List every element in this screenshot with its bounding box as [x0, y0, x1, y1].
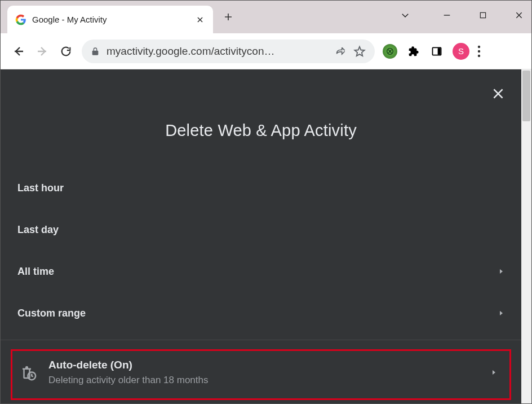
tab-title: Google - My Activity	[32, 15, 189, 24]
option-label: Last day	[17, 224, 59, 236]
vertical-scrollbar[interactable]	[521, 69, 531, 403]
nav-reload-button[interactable]	[58, 43, 74, 59]
scrollbar-thumb[interactable]	[522, 71, 530, 121]
side-panel-icon[interactable]	[429, 43, 445, 59]
tab-search-dropdown-icon[interactable]	[400, 10, 411, 21]
page-title: Delete Web & App Activity	[1, 121, 521, 140]
svg-point-3	[478, 45, 480, 47]
nav-back-button[interactable]	[11, 43, 26, 59]
auto-delete-subtitle: Deleting activity older than 18 months	[48, 375, 209, 386]
chevron-right-icon	[498, 309, 504, 318]
content-wrap: Delete Web & App Activity Last hour Last…	[1, 69, 531, 403]
extension-green-icon[interactable]	[383, 44, 397, 59]
auto-delete-icon	[16, 364, 41, 381]
option-custom-range[interactable]: Custom range	[1, 292, 521, 334]
window-close-button[interactable]	[513, 10, 525, 21]
option-label: All time	[17, 266, 54, 278]
window-controls	[400, 4, 531, 27]
option-label: Custom range	[17, 308, 86, 319]
window-minimize-button[interactable]	[441, 10, 453, 21]
option-last-hour[interactable]: Last hour	[1, 167, 521, 209]
omnibox[interactable]: myactivity.google.com/activitycon…	[82, 39, 375, 63]
divider	[1, 340, 521, 340]
chevron-right-icon	[498, 267, 504, 276]
avatar-initial: S	[458, 46, 464, 56]
svg-point-4	[478, 50, 480, 52]
lock-icon	[91, 47, 100, 56]
nav-forward-button[interactable]	[34, 43, 50, 59]
profile-avatar[interactable]: S	[453, 43, 469, 60]
dialog-close-icon[interactable]	[490, 85, 507, 102]
tab-close-icon[interactable]	[195, 15, 205, 25]
share-icon[interactable]	[335, 46, 347, 57]
svg-rect-0	[480, 12, 485, 17]
page-content: Delete Web & App Activity Last hour Last…	[1, 69, 521, 403]
chrome-menu-icon[interactable]	[477, 45, 485, 58]
chevron-right-icon	[490, 368, 497, 377]
new-tab-button[interactable]	[221, 10, 236, 24]
browser-toolbar: myactivity.google.com/activitycon… S	[1, 33, 531, 69]
auto-delete-texts: Auto-delete (On) Deleting activity older…	[48, 359, 209, 386]
auto-delete-row[interactable]: Auto-delete (On) Deleting activity older…	[11, 349, 511, 400]
option-last-day[interactable]: Last day	[1, 209, 521, 251]
omnibox-url: myactivity.google.com/activitycon…	[107, 45, 329, 58]
browser-tab[interactable]: Google - My Activity	[7, 6, 213, 33]
extensions-puzzle-icon[interactable]	[405, 43, 421, 59]
svg-point-5	[478, 54, 480, 56]
option-all-time[interactable]: All time	[1, 251, 521, 292]
auto-delete-title: Auto-delete (On)	[48, 359, 209, 371]
option-label: Last hour	[17, 182, 64, 194]
delete-options-list: Last hour Last day All time Custom range	[1, 167, 521, 334]
google-favicon	[15, 14, 26, 25]
bookmark-star-icon[interactable]	[353, 45, 366, 58]
window-maximize-button[interactable]	[477, 10, 489, 21]
window-titlebar: Google - My Activity	[1, 1, 531, 33]
